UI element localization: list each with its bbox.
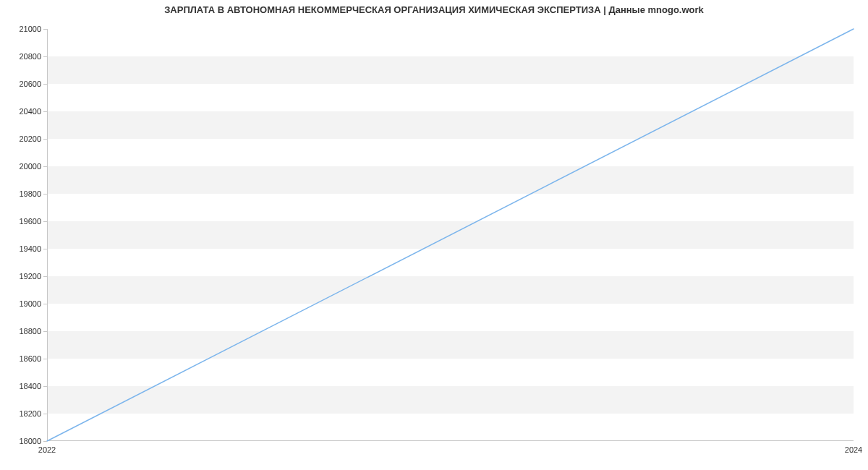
y-tick-mark xyxy=(43,304,47,304)
chart-container: ЗАРПЛАТА В АВТОНОМНАЯ НЕКОММЕРЧЕСКАЯ ОРГ… xyxy=(0,0,868,470)
y-tick-mark xyxy=(43,359,47,359)
y-tick-mark xyxy=(43,331,47,332)
y-tick-mark xyxy=(43,414,47,414)
y-tick-mark xyxy=(43,84,47,85)
series-line xyxy=(47,29,854,441)
y-tick-mark xyxy=(43,166,47,167)
plot-area: 1800018200184001860018800190001920019400… xyxy=(47,29,854,441)
line-layer xyxy=(47,29,854,441)
y-tick-mark xyxy=(43,56,47,57)
y-tick-mark xyxy=(43,29,47,30)
y-tick-mark xyxy=(43,194,47,195)
x-tick-label: 2024 xyxy=(845,441,862,454)
y-tick-mark xyxy=(43,276,47,277)
chart-title: ЗАРПЛАТА В АВТОНОМНАЯ НЕКОММЕРЧЕСКАЯ ОРГ… xyxy=(0,4,868,15)
y-tick-mark xyxy=(43,221,47,222)
y-tick-mark xyxy=(43,111,47,112)
x-tick-label: 2022 xyxy=(38,441,56,454)
y-tick-mark xyxy=(43,249,47,249)
y-tick-mark xyxy=(43,139,47,140)
y-tick-mark xyxy=(43,386,47,387)
